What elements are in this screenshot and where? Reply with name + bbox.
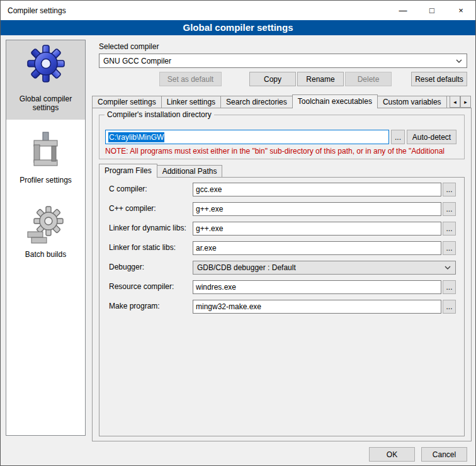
static-linker-browse-button[interactable]: ... [443,241,456,255]
delete-button: Delete [345,72,392,86]
c-compiler-browse-button[interactable]: ... [443,183,456,196]
static-linker-input[interactable] [193,241,441,255]
tab-scroll-left-button[interactable]: ◂ [450,96,460,108]
resource-compiler-input[interactable] [193,280,441,294]
sidebar-item-batch-builds[interactable]: Batch builds [6,203,85,266]
window-controls: — □ × [388,1,475,20]
blue-gear-icon [26,43,66,84]
clamp-icon [28,131,64,170]
selected-compiler-label: Selected compiler [99,42,159,51]
tab-scroll-right-button[interactable]: ▸ [460,96,471,108]
dynamic-linker-input[interactable] [193,222,441,236]
reset-defaults-button[interactable]: Reset defaults [411,72,467,86]
installation-directory-input[interactable]: C:\raylib\MinGW [105,130,389,144]
compiler-tabs: Compiler settings Linker settings Search… [92,94,472,108]
dynamic-linker-label: Linker for dynamic libs: [109,224,186,232]
tab-toolchain-executables[interactable]: Toolchain executables [292,94,378,108]
debugger-select[interactable]: GDB/CDB debugger : Default [193,261,456,275]
bin-subdirectory-note: NOTE: All programs must exist either in … [105,147,462,156]
dynamic-linker-browse-button[interactable]: ... [443,222,456,236]
make-program-input[interactable] [193,300,441,314]
tab-search-directories[interactable]: Search directories [220,96,293,108]
gray-gear-bricks-icon [26,205,66,246]
tab-custom-variables[interactable]: Custom variables [377,96,447,108]
c-compiler-input[interactable] [193,183,441,196]
subtab-additional-paths[interactable]: Additional Paths [157,165,223,177]
ok-button[interactable]: OK [369,447,415,462]
chevron-down-icon [445,266,451,270]
selected-compiler-select[interactable]: GNU GCC Compiler [99,54,467,68]
static-linker-label: Linker for static libs: [109,243,176,252]
minimize-button[interactable]: — [388,1,417,20]
chevron-down-icon [456,59,462,63]
cancel-button[interactable]: Cancel [421,447,467,462]
subtab-program-files[interactable]: Program Files [99,164,157,178]
rename-button[interactable]: Rename [297,72,344,86]
window-title: Compiler settings [1,6,66,15]
settings-category-sidebar: Global compiler settings Profiler settin… [6,40,86,436]
debugger-value: GDB/CDB debugger : Default [197,263,296,272]
set-as-default-button: Set as default [159,72,222,86]
c-compiler-label: C compiler: [109,185,147,193]
resource-compiler-browse-button[interactable]: ... [443,280,456,294]
sidebar-item-global-compiler-settings[interactable]: Global compiler settings [6,40,85,120]
selected-compiler-value: GNU GCC Compiler [103,57,171,65]
page-title: Global compiler settings [1,20,475,35]
close-button[interactable]: × [446,1,475,20]
installation-directory-selected-text: C:\raylib\MinGW [108,132,164,142]
tab-compiler-settings[interactable]: Compiler settings [92,96,162,108]
cpp-compiler-browse-button[interactable]: ... [443,202,456,216]
tab-linker-settings[interactable]: Linker settings [161,96,221,108]
installation-directory-browse-button[interactable]: ... [391,130,405,144]
maximize-button[interactable]: □ [417,1,446,20]
cpp-compiler-label: C++ compiler: [109,204,156,213]
resource-compiler-label: Resource compiler: [109,282,174,291]
debugger-label: Debugger: [109,263,144,271]
sidebar-item-label: Profiler settings [6,176,85,185]
make-program-label: Make program: [109,302,160,310]
sidebar-item-label: Batch builds [6,250,85,259]
installation-directory-group-title: Compiler's installation directory [105,110,214,119]
cpp-compiler-input[interactable] [193,202,441,216]
make-program-browse-button[interactable]: ... [443,300,456,314]
sidebar-item-profiler-settings[interactable]: Profiler settings [6,127,85,190]
titlebar: Compiler settings — □ × [1,1,475,20]
toolchain-subtabs: Program Files Additional Paths [99,163,351,178]
sidebar-item-label: Global compiler settings [6,94,85,112]
compiler-settings-window: Compiler settings — □ × Global compiler … [0,0,476,466]
auto-detect-button[interactable]: Auto-detect [407,130,456,144]
copy-button[interactable]: Copy [249,72,296,86]
